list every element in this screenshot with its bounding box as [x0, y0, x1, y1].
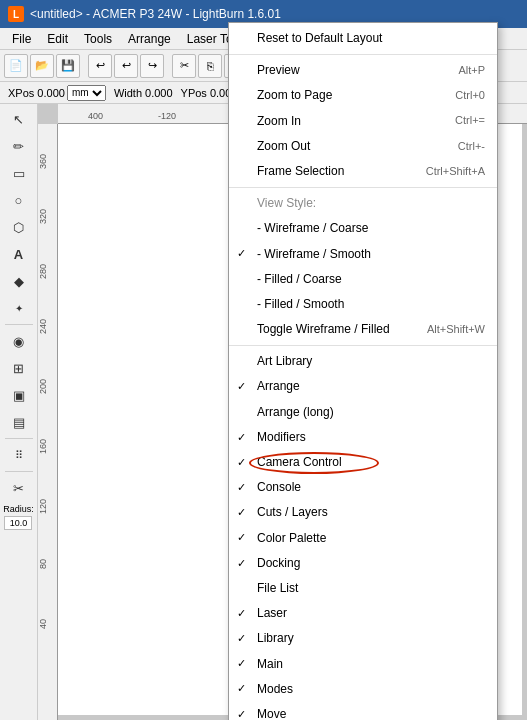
- menu-reset-layout[interactable]: Reset to Default Layout: [229, 26, 497, 51]
- modes-check: ✓: [237, 680, 246, 698]
- grid-tool[interactable]: ⠿: [4, 442, 34, 468]
- camera-control-check: ✓: [237, 454, 246, 472]
- menu-modifiers[interactable]: ✓ Modifiers: [229, 425, 497, 450]
- menu-frame-selection[interactable]: Frame Selection Ctrl+Shift+A: [229, 159, 497, 184]
- menu-arrange[interactable]: ✓ Arrange: [229, 374, 497, 399]
- laser-tool[interactable]: ✦: [4, 295, 34, 321]
- tool-separator-3: [5, 471, 33, 472]
- menu-zoom-page[interactable]: Zoom to Page Ctrl+0: [229, 83, 497, 108]
- xpos-field: XPos 0.000 mm: [8, 85, 106, 101]
- rect-tool[interactable]: ▭: [4, 160, 34, 186]
- circle-tool[interactable]: ○: [4, 187, 34, 213]
- menu-wireframe-coarse[interactable]: - Wireframe / Coarse: [229, 216, 497, 241]
- reset-layout-label: Reset to Default Layout: [257, 29, 382, 48]
- toggle-wireframe-shortcut: Alt+Shift+W: [407, 321, 485, 339]
- zoom-page-shortcut: Ctrl+0: [435, 87, 485, 105]
- ruler-mark-400: 400: [88, 111, 103, 121]
- zoom-in-shortcut: Ctrl+=: [435, 112, 485, 130]
- text-tool[interactable]: A: [4, 241, 34, 267]
- polygon-tool[interactable]: ⬡: [4, 214, 34, 240]
- draw-tool[interactable]: ✏: [4, 133, 34, 159]
- width-field: Width 0.000: [114, 87, 173, 99]
- zoom-in-label: Zoom In: [257, 112, 301, 131]
- width-label: Width 0.000: [114, 87, 173, 99]
- main-check: ✓: [237, 655, 246, 673]
- menu-art-library[interactable]: Art Library: [229, 349, 497, 374]
- laser-label: Laser: [257, 604, 287, 623]
- copy-button[interactable]: ⎘: [198, 54, 222, 78]
- ruler-mark-40: 40: [38, 619, 48, 629]
- cut-tool[interactable]: ✂: [4, 475, 34, 501]
- menu-file[interactable]: File: [4, 30, 39, 48]
- unit-select[interactable]: mm: [67, 85, 106, 101]
- console-check: ✓: [237, 479, 246, 497]
- menu-zoom-in[interactable]: Zoom In Ctrl+=: [229, 109, 497, 134]
- menu-section-viewstyle: View Style: - Wireframe / Coarse ✓ - Wir…: [229, 188, 497, 346]
- frame-selection-label: Frame Selection: [257, 162, 344, 181]
- open-button[interactable]: 📂: [30, 54, 54, 78]
- modes-label: Modes: [257, 680, 293, 699]
- menu-library[interactable]: ✓ Library: [229, 626, 497, 651]
- menu-section-panels: Art Library ✓ Arrange Arrange (long) ✓ M…: [229, 346, 497, 720]
- menu-docking[interactable]: ✓ Docking: [229, 551, 497, 576]
- ruler-mark-120: 120: [38, 499, 48, 514]
- menu-section-reset: Reset to Default Layout: [229, 23, 497, 55]
- menu-laser[interactable]: ✓ Laser: [229, 601, 497, 626]
- arrange-label: Arrange: [257, 377, 300, 396]
- menu-toggle-wireframe[interactable]: Toggle Wireframe / Filled Alt+Shift+W: [229, 317, 497, 342]
- select-tool[interactable]: ↖: [4, 106, 34, 132]
- undo-button[interactable]: ↩: [88, 54, 112, 78]
- pin-tool[interactable]: ◆: [4, 268, 34, 294]
- menu-color-palette[interactable]: ✓ Color Palette: [229, 526, 497, 551]
- main-label: Main: [257, 655, 283, 674]
- cut-button[interactable]: ✂: [172, 54, 196, 78]
- frame-selection-shortcut: Ctrl+Shift+A: [406, 163, 485, 181]
- node-tool[interactable]: ◉: [4, 328, 34, 354]
- menu-main[interactable]: ✓ Main: [229, 652, 497, 677]
- menu-edit[interactable]: Edit: [39, 30, 76, 48]
- cuts-layers-label: Cuts / Layers: [257, 503, 328, 522]
- redo-button[interactable]: ↪: [140, 54, 164, 78]
- save-button[interactable]: 💾: [56, 54, 80, 78]
- menu-section-view: Preview Alt+P Zoom to Page Ctrl+0 Zoom I…: [229, 55, 497, 188]
- viewstyle-header-label: View Style:: [257, 194, 316, 213]
- new-button[interactable]: 📄: [4, 54, 28, 78]
- menu-zoom-out[interactable]: Zoom Out Ctrl+-: [229, 134, 497, 159]
- radius-label: Radius:: [3, 504, 34, 516]
- preview-label: Preview: [257, 61, 300, 80]
- undo2-button[interactable]: ↩: [114, 54, 138, 78]
- menu-preview[interactable]: Preview Alt+P: [229, 58, 497, 83]
- zoom-out-label: Zoom Out: [257, 137, 310, 156]
- menu-move[interactable]: ✓ Move: [229, 702, 497, 720]
- console-label: Console: [257, 478, 301, 497]
- move-check: ✓: [237, 706, 246, 720]
- filled-smooth-label: - Filled / Smooth: [257, 295, 344, 314]
- ruler-mark-360: 360: [38, 154, 48, 169]
- filled-coarse-label: - Filled / Coarse: [257, 270, 342, 289]
- menu-filled-coarse[interactable]: - Filled / Coarse: [229, 267, 497, 292]
- menu-arrange[interactable]: Arrange: [120, 30, 179, 48]
- arrange-long-label: Arrange (long): [257, 403, 334, 422]
- camera-control-label: Camera Control: [257, 453, 342, 472]
- layer1-tool[interactable]: ▣: [4, 382, 34, 408]
- toggle-wireframe-label: Toggle Wireframe / Filled: [257, 320, 390, 339]
- ruler-mark-160: 160: [38, 439, 48, 454]
- color-palette-check: ✓: [237, 529, 246, 547]
- radius-input[interactable]: [4, 516, 32, 530]
- menu-camera-control[interactable]: ✓ Camera Control: [229, 450, 497, 475]
- menu-tools[interactable]: Tools: [76, 30, 120, 48]
- menu-arrange-long[interactable]: Arrange (long): [229, 400, 497, 425]
- color-palette-label: Color Palette: [257, 529, 326, 548]
- menu-cuts-layers[interactable]: ✓ Cuts / Layers: [229, 500, 497, 525]
- window-dropdown-menu[interactable]: Reset to Default Layout Preview Alt+P Zo…: [228, 22, 498, 720]
- group-tool[interactable]: ⊞: [4, 355, 34, 381]
- layer2-tool[interactable]: ▤: [4, 409, 34, 435]
- menu-filled-smooth[interactable]: - Filled / Smooth: [229, 292, 497, 317]
- ruler-mark-320: 320: [38, 209, 48, 224]
- menu-console[interactable]: ✓ Console: [229, 475, 497, 500]
- wireframe-coarse-label: - Wireframe / Coarse: [257, 219, 368, 238]
- tool-separator-2: [5, 438, 33, 439]
- menu-wireframe-smooth[interactable]: ✓ - Wireframe / Smooth: [229, 242, 497, 267]
- menu-modes[interactable]: ✓ Modes: [229, 677, 497, 702]
- menu-file-list[interactable]: File List: [229, 576, 497, 601]
